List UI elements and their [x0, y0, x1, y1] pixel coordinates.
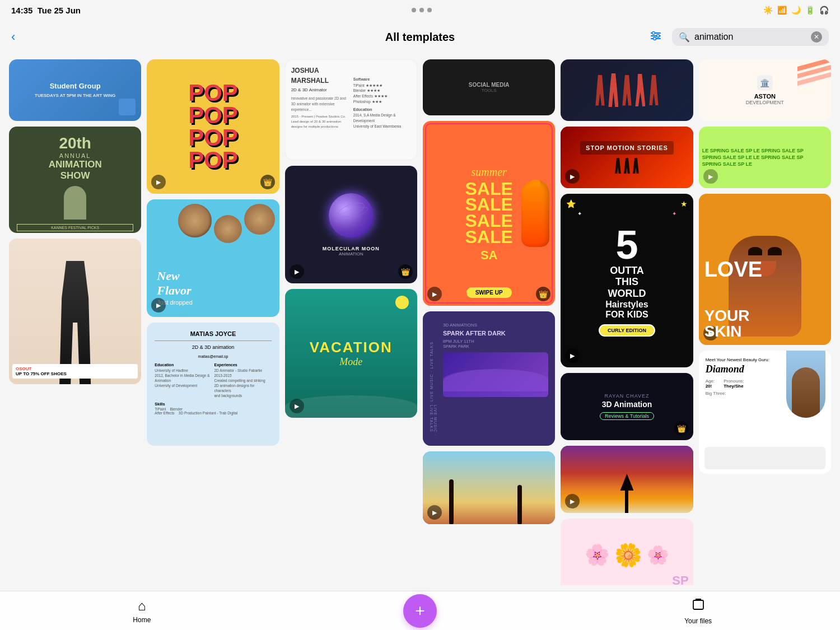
svg-rect-6 [693, 600, 703, 609]
header-right: 🔍 ✕ [650, 28, 829, 46]
card-title: ASTON [754, 93, 776, 100]
list-item[interactable]: JOSHUAMARSHALL 2D & 3D Animator Innovati… [285, 59, 417, 160]
status-icons: ☀️ 📶 🌙 🔋 🎧 [763, 6, 829, 15]
card-title: Student Group [16, 82, 134, 91]
template-grid: Student Group TUESDAYS AT 5PM IN THE ART… [9, 59, 831, 585]
create-button[interactable]: + [403, 594, 437, 628]
list-item[interactable]: Student Group TUESDAYS AT 5PM IN THE ART… [9, 59, 141, 121]
search-container[interactable]: 🔍 ✕ [672, 28, 829, 46]
battery-icon: 🔋 [805, 6, 815, 15]
files-icon [691, 597, 706, 615]
status-bar: 14:35 Tue 25 Jun ☀️ 📶 🌙 🔋 🎧 [0, 0, 840, 20]
card-title: STOP MOTION STORIES [580, 141, 674, 155]
card-text: THIS [605, 276, 648, 288]
list-item[interactable]: STOP MOTION STORIES ▶ [561, 127, 693, 188]
column-5: STOP MOTION STORIES ▶ ⭐ ★ ✦ ✦ 5 [561, 59, 693, 585]
wifi-icon: 📶 [777, 6, 787, 15]
list-item[interactable] [561, 59, 693, 121]
card-title: New [157, 269, 269, 283]
play-badge[interactable]: ▶ [703, 169, 718, 184]
card-text: Hairstyles [605, 300, 648, 310]
list-item[interactable]: MOLECULAR MOON ANIMATION 👑 ▶ [285, 166, 417, 283]
play-badge[interactable]: ▶ [290, 264, 304, 279]
svg-point-5 [654, 37, 656, 40]
card-age-label: Age: [706, 379, 715, 384]
list-item[interactable]: Meet Your Newest Beauty Guru: Diamond Ag… [699, 351, 831, 474]
card-award: KANNES FESTIVAL PICKS [17, 224, 133, 231]
column-3: JOSHUAMARSHALL 2D & 3D Animator Innovati… [285, 59, 417, 585]
list-item[interactable]: New Flavor Just dropped ▶ [147, 199, 279, 317]
card-text: LOVE [704, 259, 825, 280]
status-dots [412, 8, 432, 12]
list-item[interactable]: MATIAS JOYCE 2D & 3D animation matias@em… [147, 323, 279, 446]
card-pronouns-label: Pronouns: [724, 379, 744, 384]
column-4: SOCIAL MEDIA TOOLS summer SALESALESALESA… [423, 59, 555, 585]
list-item[interactable]: POPPOPPOPPOP 👑 ▶ [147, 59, 279, 194]
crown-badge: 👑 [536, 287, 550, 301]
nav-home[interactable]: ⌂ Home [119, 598, 164, 624]
card-text: Just dropped [157, 299, 269, 306]
list-item[interactable]: OSOUT UP TO 75% OFF SHOES [9, 239, 141, 384]
column-1: Student Group TUESDAYS AT 5PM IN THE ART… [9, 59, 141, 585]
card-subtitle: TUESDAYS AT 5PM IN THE ART WING [16, 93, 134, 99]
status-time-date: 14:35 Tue 25 Jun [11, 6, 81, 15]
list-item[interactable]: ▶ [561, 446, 693, 513]
play-badge[interactable]: ▶ [290, 399, 304, 413]
card-text: OUTTA [605, 265, 648, 277]
list-item[interactable]: LIVE MUSIC · LIVE TALKS 3D ANIMATIONS SP… [423, 311, 555, 446]
card-title: 2D & 3D animation [155, 344, 271, 350]
filter-button[interactable] [650, 30, 662, 45]
card-title: summer [465, 166, 512, 179]
svg-point-4 [657, 34, 660, 37]
list-item[interactable]: SOCIAL MEDIA TOOLS [423, 59, 555, 115]
list-item[interactable]: ⭐ ★ ✦ ✦ 5 OUTTA THIS WORLD Hairstyles FO… [561, 194, 693, 367]
card-name: MATIAS JOYCE [155, 330, 271, 341]
list-item[interactable]: LE SPRING SALE SP LE SPRING SALE SP SPRI… [699, 127, 831, 188]
brightness-icon: ☀️ [763, 6, 773, 15]
home-icon: ⌂ [138, 598, 146, 614]
list-item[interactable]: VACATION Mode ▶ [285, 289, 417, 418]
search-icon: 🔍 [679, 32, 690, 43]
card-text: ANIMATION [17, 159, 133, 170]
card-text: WORLD [605, 288, 648, 300]
clear-search-button[interactable]: ✕ [811, 31, 822, 43]
column-6: 🏛️ ASTON DEVELOPMENT LE SPRING SALE SP L… [699, 59, 831, 585]
card-title: 20th [17, 134, 133, 152]
card-pronouns: They/She [724, 384, 744, 389]
card-text: SHOW [17, 170, 133, 181]
card-name: RAYAN CHAVEZ [600, 393, 654, 399]
search-input[interactable] [694, 32, 806, 42]
card-title: 3D Animation [600, 400, 654, 409]
list-item[interactable]: 20th ANNUAL ANIMATION SHOW KANNES FESTIV… [9, 127, 141, 233]
list-item[interactable]: RAYAN CHAVEZ 3D Animation Reviews & Tuto… [561, 373, 693, 440]
card-title: MOLECULAR MOON [323, 246, 380, 251]
header: ‹ All templates 🔍 ✕ [0, 20, 840, 54]
bottom-navigation: ⌂ Home + Your files [0, 591, 840, 630]
card-cta: SWIPE UP [466, 287, 512, 298]
moon-icon: 🌙 [791, 6, 801, 15]
play-badge[interactable]: ▶ [565, 348, 580, 363]
list-item[interactable]: LOVE YOUR SKIN ▶ [699, 194, 831, 345]
play-badge[interactable]: ▶ [151, 175, 166, 189]
home-label: Home [133, 616, 151, 624]
card-age: 20! [706, 384, 715, 389]
list-item[interactable]: ▶ [423, 451, 555, 524]
nav-files[interactable]: Your files [676, 597, 721, 625]
card-name: Diamond [706, 363, 780, 375]
card-text: FOR KIDS [605, 310, 648, 320]
list-item[interactable]: 🌸 🌼 🌸 SP [561, 519, 693, 585]
card-text: YOUR [704, 308, 825, 324]
card-text: ANNUAL [17, 152, 133, 159]
card-number: 5 [615, 225, 638, 265]
card-badge: CURLY EDITION [599, 324, 655, 337]
play-badge[interactable]: ▶ [427, 287, 442, 301]
list-item[interactable]: 🏛️ ASTON DEVELOPMENT [699, 59, 831, 121]
crown-badge: 👑 [398, 264, 413, 279]
back-button[interactable]: ‹ [11, 30, 15, 44]
play-badge[interactable]: ▶ [427, 505, 442, 520]
card-big-three: Big Three: [706, 391, 780, 396]
card-subtitle: Reviews & Tutorials [600, 412, 654, 420]
headphones-icon: 🎧 [819, 6, 829, 15]
list-item[interactable]: summer SALESALESALESALESA SWIPE UP 👑 ▶ [423, 121, 555, 306]
main-content: Student Group TUESDAYS AT 5PM IN THE ART… [0, 54, 840, 591]
